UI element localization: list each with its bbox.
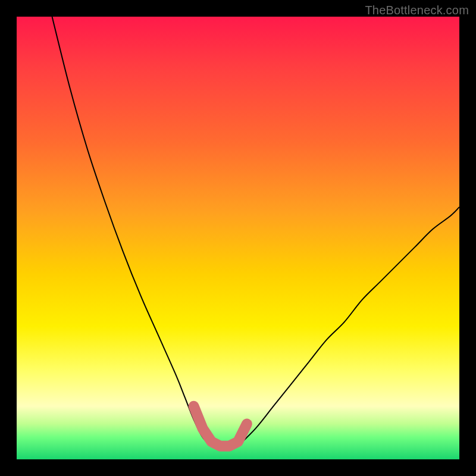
valley-marker xyxy=(194,406,247,446)
chart-frame: TheBottleneck.com xyxy=(0,0,476,476)
chart-svg xyxy=(17,17,459,459)
right-curve xyxy=(238,207,459,446)
watermark-label: TheBottleneck.com xyxy=(365,4,469,17)
plot-area xyxy=(17,17,459,459)
left-curve xyxy=(52,17,212,446)
